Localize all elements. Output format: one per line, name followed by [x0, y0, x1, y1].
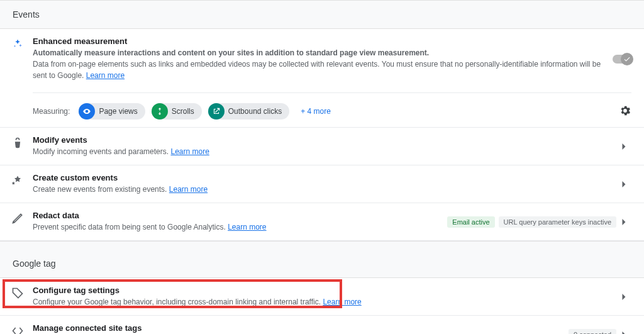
connected-tags-icon: [11, 325, 24, 334]
redact-learn-more-link[interactable]: Learn more: [228, 223, 266, 231]
outbound-icon: [208, 103, 225, 120]
configure-tag-settings-row[interactable]: Configure tag settings Configure your Go…: [0, 278, 644, 316]
url-keys-inactive-pill: URL query parameter keys inactive: [499, 216, 616, 228]
modify-events-sub: Modify incoming events and parameters.: [33, 147, 170, 156]
modify-events-icon: [11, 136, 24, 149]
chevron-right-icon: [616, 289, 631, 304]
custom-events-title: Create custom events: [33, 173, 616, 182]
enhanced-measurement-toggle[interactable]: [613, 55, 631, 64]
configure-tag-sub: Configure your Google tag behavior, incl…: [33, 298, 323, 306]
enhanced-measurement-desc-bold: Automatically measure interactions and c…: [33, 48, 429, 57]
scroll-icon: [152, 103, 168, 120]
events-heading-text: Events: [13, 9, 40, 19]
enhanced-measurement-learn-more-link[interactable]: Learn more: [86, 71, 125, 80]
custom-events-icon: [11, 174, 24, 187]
chip-page-views-label: Page views: [99, 107, 137, 116]
chip-scrolls: Scrolls: [152, 103, 202, 120]
connected-tags-title: Manage connected site tags: [33, 323, 565, 333]
email-active-pill: Email active: [447, 216, 494, 228]
chevron-right-icon: [616, 327, 631, 335]
redact-icon: [11, 212, 24, 225]
chip-scrolls-label: Scrolls: [172, 107, 194, 116]
measuring-bar: Measuring: Page views Scrolls Outbound c…: [33, 92, 631, 120]
configure-tag-learn-more-link[interactable]: Learn more: [323, 298, 361, 306]
more-measurements-link[interactable]: + 4 more: [301, 107, 331, 116]
redact-title: Redact data: [33, 211, 443, 220]
chip-page-views: Page views: [79, 103, 145, 120]
chevron-right-icon: [616, 214, 631, 230]
measurement-settings-gear-icon[interactable]: [619, 104, 631, 119]
chevron-right-icon: [616, 177, 631, 192]
google-tag-heading-text: Google tag: [13, 259, 56, 269]
connected-count-pill: 0 connected: [569, 329, 616, 335]
enhanced-measurement-title: Enhanced measurement: [33, 36, 613, 46]
enhanced-measurement-card: Enhanced measurement Automatically measu…: [0, 29, 644, 128]
toggle-knob-check-icon: [621, 53, 633, 65]
section-divider: [0, 241, 644, 250]
measuring-label: Measuring:: [33, 107, 70, 116]
create-custom-events-row[interactable]: Create custom events Create new events f…: [0, 165, 644, 203]
events-section-header: Events: [0, 0, 644, 29]
manage-connected-tags-row[interactable]: Manage connected site tags Load tags for…: [0, 316, 644, 334]
modify-events-row[interactable]: Modify events Modify incoming events and…: [0, 128, 644, 165]
tag-icon: [11, 287, 24, 299]
configure-tag-title: Configure tag settings: [33, 286, 616, 295]
google-tag-section-header: Google tag: [0, 250, 644, 278]
redact-sub: Prevent specific data from being sent to…: [33, 223, 228, 231]
custom-events-learn-more-link[interactable]: Learn more: [169, 185, 208, 194]
modify-events-learn-more-link[interactable]: Learn more: [170, 147, 209, 156]
redact-data-row[interactable]: Redact data Prevent specific data from b…: [0, 203, 644, 241]
custom-events-sub: Create new events from existing events.: [33, 185, 169, 194]
chip-outbound-label: Outbound clicks: [228, 107, 282, 116]
chevron-right-icon: [616, 139, 631, 154]
chip-outbound-clicks: Outbound clicks: [208, 103, 289, 120]
modify-events-title: Modify events: [33, 135, 616, 145]
eye-icon: [79, 103, 95, 120]
sparkle-icon: [11, 38, 24, 50]
